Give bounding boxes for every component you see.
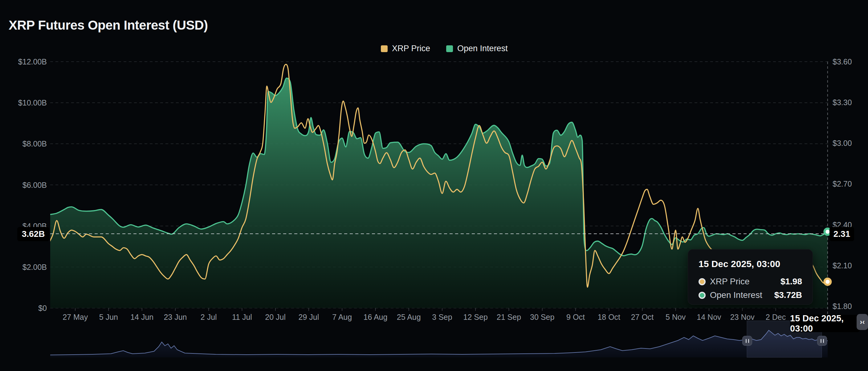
- x-axis-label: 25 Aug: [397, 313, 421, 322]
- x-axis-label: 27 May: [63, 313, 88, 322]
- y-axis-label-left: $0: [0, 304, 47, 313]
- x-axis-label: 11 Jul: [232, 313, 252, 322]
- y-axis-label-left: $6.00B: [0, 180, 47, 189]
- x-axis-label: 30 Sep: [530, 313, 554, 322]
- x-axis-label: 16 Aug: [364, 313, 388, 322]
- x-axis-label: 3 Sep: [432, 313, 452, 322]
- crosshair-date-badge: 15 Dec 2025, 03:00: [790, 315, 860, 332]
- y-axis-label-right: $3.30: [833, 98, 852, 107]
- tooltip-value: $3.72B: [774, 290, 802, 300]
- y-axis-label-left: $8.00B: [0, 139, 47, 148]
- tooltip-title: 15 Dec 2025, 03:00: [699, 259, 802, 269]
- x-axis-label: 5 Nov: [665, 313, 686, 322]
- x-axis-label: 2 Jul: [200, 313, 217, 322]
- tooltip-row-open-interest: Open Interest $3.72B: [699, 290, 802, 300]
- y-axis-label-left: $10.00B: [0, 98, 47, 107]
- y-axis-label-right: $1.80: [833, 302, 852, 311]
- tooltip-row-xrp-price: XRP Price $1.98: [699, 277, 802, 286]
- y-axis-label-right: $2.70: [833, 179, 852, 189]
- x-axis-label: 23 Nov: [730, 313, 754, 322]
- x-axis-label: 5 Jun: [99, 313, 118, 322]
- y-axis-label-right: $3.00: [833, 139, 852, 148]
- x-axis-label: 20 Jul: [265, 313, 286, 322]
- x-axis-label: 14 Nov: [697, 313, 721, 322]
- x-axis-label: 29 Jul: [299, 313, 319, 322]
- navigator-left-handle[interactable]: [742, 336, 752, 346]
- crosshair-right-axis-badge: 2.31: [830, 227, 854, 241]
- y-axis-label-right: $3.60: [833, 57, 852, 66]
- x-axis-label: 12 Sep: [463, 313, 488, 322]
- x-axis-label: 7 Aug: [332, 313, 352, 322]
- xrp-price-dot-icon: [699, 278, 706, 285]
- y-axis-label-left: $12.00B: [0, 57, 47, 66]
- chart-tooltip: 15 Dec 2025, 03:00 XRP Price $1.98 Open …: [688, 249, 813, 305]
- y-axis-label-right: $2.10: [833, 261, 852, 270]
- navigator-area: [50, 330, 828, 358]
- x-axis-label: 21 Sep: [497, 313, 521, 322]
- crosshair-left-axis-badge: 3.62B: [17, 227, 49, 241]
- x-axis-label: 14 Jun: [130, 313, 153, 322]
- x-axis-label: 2 Dec: [766, 313, 786, 322]
- tooltip-value: $1.98: [780, 277, 802, 286]
- x-axis-label: 27 Oct: [631, 313, 654, 322]
- collapse-icon[interactable]: ›‹: [857, 314, 868, 330]
- x-axis-label: 18 Oct: [597, 313, 620, 322]
- y-axis-label-left: $2.00B: [0, 262, 47, 272]
- navigator-right-handle[interactable]: [817, 336, 827, 346]
- xrp-price-marker-dot: [825, 279, 831, 285]
- x-axis-label: 23 Jun: [164, 313, 187, 322]
- open-interest-dot-icon: [699, 292, 706, 299]
- x-axis-label: 9 Oct: [566, 313, 585, 322]
- chart-panel: XRP Futures Open Interest (USD) XRP Pric…: [0, 0, 868, 371]
